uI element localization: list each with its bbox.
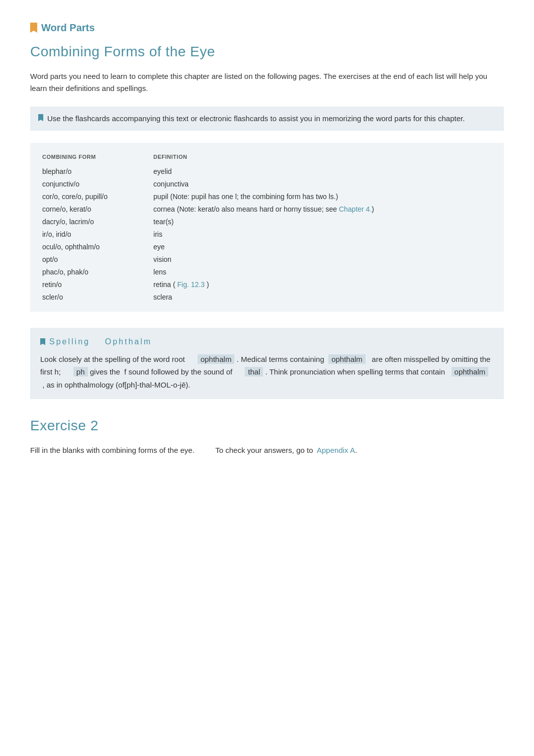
combining-form-cell: dacry/o, lacrim/o <box>38 216 149 228</box>
spelling-header: Spelling Ophthalm <box>40 336 494 348</box>
combining-form-cell: blephar/o <box>38 165 149 178</box>
combining-forms-table-container: COMBINING FORM DEFINITION blephar/oeyeli… <box>30 143 504 312</box>
col2-header: DEFINITION <box>149 151 496 165</box>
combining-form-cell: opt/o <box>38 253 149 266</box>
combining-forms-table: COMBINING FORM DEFINITION blephar/oeyeli… <box>38 151 496 304</box>
table-row: blephar/oeyelid <box>38 165 496 178</box>
definition-cell: eyelid <box>149 165 496 178</box>
definition-cell: conjunctiva <box>149 178 496 191</box>
intro-text: Word parts you need to learn to complete… <box>30 70 504 94</box>
spelling-icon <box>40 338 45 345</box>
definition-cell: retina ( Fig. 12.3 ) <box>149 278 496 291</box>
bookmark-icon <box>30 23 37 33</box>
word-parts-header: Word Parts <box>30 20 504 35</box>
highlight-thal: thal <box>245 367 263 376</box>
table-row: corne/o, kerat/ocornea (Note: kerat/o al… <box>38 203 496 216</box>
flashcard-note-box: Use the flashcards accompanying this tex… <box>30 107 504 131</box>
col1-header: COMBINING FORM <box>38 151 149 165</box>
spelling-content: Look closely at the spelling of the word… <box>40 353 494 392</box>
spelling-title: Spelling Ophthalm <box>49 336 152 348</box>
definition-cell: tear(s) <box>149 216 496 228</box>
combining-form-cell: phac/o, phak/o <box>38 266 149 278</box>
highlight-ophthalm-3: ophthalm <box>452 367 489 376</box>
fig123-link[interactable]: Fig. 12.3 <box>177 280 205 289</box>
combining-form-cell: ocul/o, ophthalm/o <box>38 241 149 253</box>
spelling-box: Spelling Ophthalm Look closely at the sp… <box>30 328 504 400</box>
exercise-instruction: Fill in the blanks with combining forms … <box>30 446 195 454</box>
highlight-ophthalm-2: ophthalm <box>328 354 366 364</box>
table-row: phac/o, phak/olens <box>38 266 496 278</box>
definition-cell: iris <box>149 228 496 241</box>
table-row: conjunctiv/oconjunctiva <box>38 178 496 191</box>
section-heading: Combining Forms of the Eye <box>30 41 504 62</box>
combining-form-cell: scler/o <box>38 291 149 304</box>
table-row: opt/ovision <box>38 253 496 266</box>
exercise-period: . <box>355 446 357 454</box>
table-row: cor/o, core/o, pupill/opupil (Note: pupi… <box>38 191 496 203</box>
highlight-ophthalm-1: ophthalm <box>198 354 235 364</box>
definition-cell: sclera <box>149 291 496 304</box>
definition-cell: vision <box>149 253 496 266</box>
combining-form-cell: corne/o, kerat/o <box>38 203 149 216</box>
table-row: ir/o, irid/oiris <box>38 228 496 241</box>
definition-cell: pupil (Note: pupil has one l; the combin… <box>149 191 496 203</box>
chapter4-link[interactable]: Chapter 4. <box>339 205 372 213</box>
table-row: dacry/o, lacrim/otear(s) <box>38 216 496 228</box>
combining-form-cell: conjunctiv/o <box>38 178 149 191</box>
highlight-ph: ph <box>73 367 88 376</box>
exercise-text: Fill in the blanks with combining forms … <box>30 444 504 456</box>
exercise-heading: Exercise 2 <box>30 415 504 436</box>
appendix-a-link[interactable]: Appendix A <box>317 446 355 454</box>
definition-cell: cornea (Note: kerat/o also means hard or… <box>149 203 496 216</box>
table-row: scler/osclera <box>38 291 496 304</box>
table-row: ocul/o, ophthalm/oeye <box>38 241 496 253</box>
combining-form-cell: retin/o <box>38 278 149 291</box>
word-parts-title: Word Parts <box>41 20 95 35</box>
combining-form-cell: ir/o, irid/o <box>38 228 149 241</box>
flashcard-icon <box>38 114 43 121</box>
table-row: retin/oretina ( Fig. 12.3 ) <box>38 278 496 291</box>
exercise-check-text: To check your answers, go to <box>215 446 313 454</box>
definition-cell: lens <box>149 266 496 278</box>
flashcard-note-text: Use the flashcards accompanying this tex… <box>47 113 465 125</box>
combining-form-cell: cor/o, core/o, pupill/o <box>38 191 149 203</box>
definition-cell: eye <box>149 241 496 253</box>
